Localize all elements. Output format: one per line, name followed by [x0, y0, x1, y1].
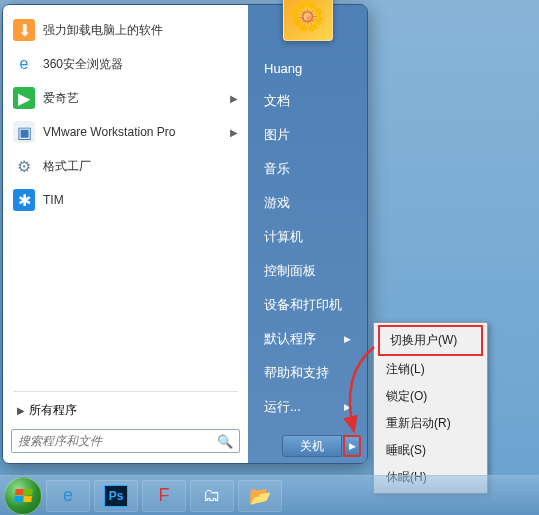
power-menu-item-0[interactable]: 切换用户(W) [378, 325, 483, 356]
app-icon: ▣ [13, 121, 35, 143]
chevron-right-icon: ▶ [13, 405, 29, 416]
power-menu-item-2[interactable]: 锁定(O) [376, 383, 485, 410]
right-link-label: 控制面板 [264, 262, 316, 280]
app-icon: e [13, 53, 35, 75]
app-label: 格式工厂 [43, 158, 238, 175]
right-link-list: Huang文档图片音乐游戏计算机控制面板设备和打印机默认程序▶帮助和支持运行..… [248, 53, 367, 424]
start-button[interactable] [4, 477, 42, 515]
app-label: 爱奇艺 [43, 90, 230, 107]
right-link-2[interactable]: 图片 [252, 118, 363, 152]
app-item-5[interactable]: ✱TIM [9, 183, 242, 217]
right-link-3[interactable]: 音乐 [252, 152, 363, 186]
photoshop-icon: Ps [104, 485, 128, 507]
power-options-menu: 切换用户(W)注销(L)锁定(O)重新启动(R)睡眠(S)休眠(H) [373, 322, 488, 494]
taskbar-item-flash[interactable]: F [142, 480, 186, 512]
chevron-right-icon: ▶ [230, 127, 238, 138]
app-item-2[interactable]: ▶爱奇艺▶ [9, 81, 242, 115]
right-link-6[interactable]: 控制面板 [252, 254, 363, 288]
separator [13, 391, 238, 392]
right-link-9[interactable]: 帮助和支持 [252, 356, 363, 390]
shutdown-button[interactable]: 关机 [282, 435, 342, 457]
right-link-1[interactable]: 文档 [252, 84, 363, 118]
taskbar-item-ie[interactable]: e [46, 480, 90, 512]
windows-logo-icon [14, 489, 32, 502]
taskbar-item-folder-open[interactable]: 📂 [238, 480, 282, 512]
search-area: 🔍 [5, 425, 246, 459]
power-menu-item-1[interactable]: 注销(L) [376, 356, 485, 383]
right-link-0[interactable]: Huang [252, 53, 363, 84]
app-icon: ⚙ [13, 155, 35, 177]
right-link-label: 默认程序 [264, 330, 316, 348]
app-label: 360安全浏览器 [43, 56, 238, 73]
chevron-right-icon: ▶ [344, 402, 351, 412]
right-link-4[interactable]: 游戏 [252, 186, 363, 220]
search-icon: 🔍 [217, 434, 233, 449]
app-item-0[interactable]: ⬇强力卸载电脑上的软件 [9, 13, 242, 47]
app-item-4[interactable]: ⚙格式工厂 [9, 149, 242, 183]
right-link-label: 图片 [264, 126, 290, 144]
power-menu-item-3[interactable]: 重新启动(R) [376, 410, 485, 437]
right-link-label: Huang [264, 61, 302, 76]
pinned-app-list: ⬇强力卸载电脑上的软件e360安全浏览器▶爱奇艺▶▣VMware Worksta… [5, 11, 246, 387]
left-panel: ⬇强力卸载电脑上的软件e360安全浏览器▶爱奇艺▶▣VMware Worksta… [3, 5, 248, 463]
right-link-7[interactable]: 设备和打印机 [252, 288, 363, 322]
app-label: TIM [43, 193, 238, 207]
right-link-label: 音乐 [264, 160, 290, 178]
all-programs-button[interactable]: ▶ 所有程序 [5, 396, 246, 425]
search-input[interactable] [18, 434, 217, 448]
taskbar: ePsF🗂📂 [0, 475, 539, 515]
shutdown-group: 关机 ▶ [282, 435, 361, 457]
app-icon: ✱ [13, 189, 35, 211]
all-programs-label: 所有程序 [29, 402, 77, 419]
taskbar-item-photoshop[interactable]: Ps [94, 480, 138, 512]
app-item-1[interactable]: e360安全浏览器 [9, 47, 242, 81]
chevron-right-icon: ▶ [344, 334, 351, 344]
right-panel: 🌼 Huang文档图片音乐游戏计算机控制面板设备和打印机默认程序▶帮助和支持运行… [248, 5, 367, 463]
start-menu: ⬇强力卸载电脑上的软件e360安全浏览器▶爱奇艺▶▣VMware Worksta… [2, 4, 368, 464]
app-item-3[interactable]: ▣VMware Workstation Pro▶ [9, 115, 242, 149]
avatar[interactable]: 🌼 [283, 0, 333, 41]
right-link-label: 文档 [264, 92, 290, 110]
app-label: 强力卸载电脑上的软件 [43, 22, 238, 39]
shutdown-options-arrow[interactable]: ▶ [343, 435, 361, 457]
right-link-label: 运行... [264, 398, 301, 416]
right-link-label: 帮助和支持 [264, 364, 329, 382]
right-link-5[interactable]: 计算机 [252, 220, 363, 254]
right-link-label: 设备和打印机 [264, 296, 342, 314]
right-link-10[interactable]: 运行...▶ [252, 390, 363, 424]
app-label: VMware Workstation Pro [43, 125, 230, 139]
right-link-label: 游戏 [264, 194, 290, 212]
right-link-8[interactable]: 默认程序▶ [252, 322, 363, 356]
power-menu-item-4[interactable]: 睡眠(S) [376, 437, 485, 464]
search-box[interactable]: 🔍 [11, 429, 240, 453]
app-icon: ⬇ [13, 19, 35, 41]
taskbar-item-explorer[interactable]: 🗂 [190, 480, 234, 512]
right-link-label: 计算机 [264, 228, 303, 246]
app-icon: ▶ [13, 87, 35, 109]
chevron-right-icon: ▶ [230, 93, 238, 104]
